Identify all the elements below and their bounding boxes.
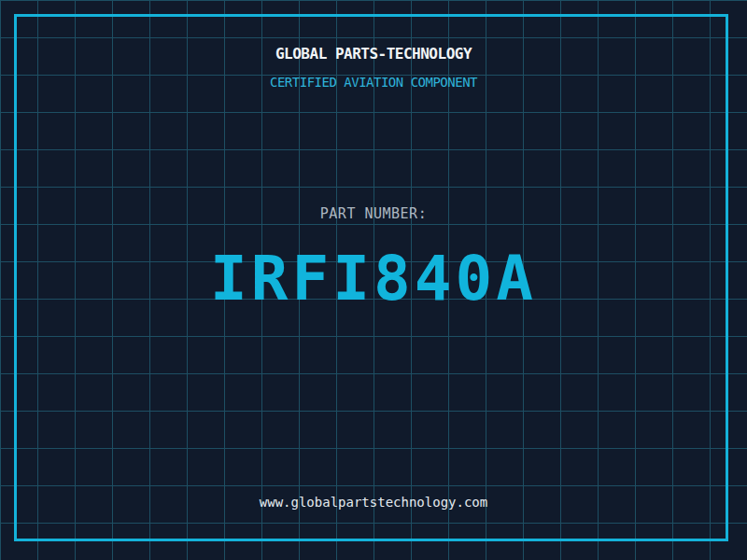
part-label-card: GLOBAL PARTS-TECHNOLOGY CERTIFIED AVIATI… bbox=[0, 0, 747, 560]
part-number-value: IRFI840A bbox=[0, 246, 747, 312]
website-url: www.globalpartstechnology.com bbox=[0, 493, 747, 511]
company-name: GLOBAL PARTS-TECHNOLOGY bbox=[0, 45, 747, 63]
certification-tagline: CERTIFIED AVIATION COMPONENT bbox=[0, 73, 747, 91]
part-number-label: PART NUMBER: bbox=[0, 204, 747, 223]
